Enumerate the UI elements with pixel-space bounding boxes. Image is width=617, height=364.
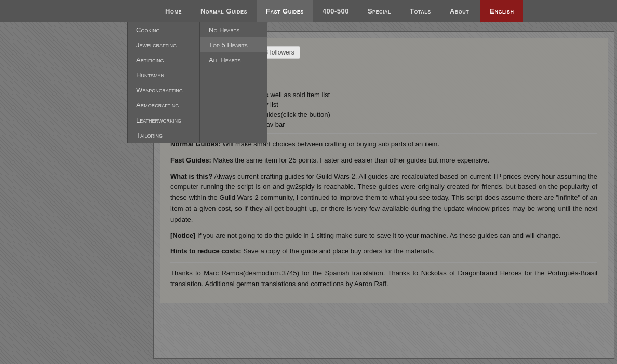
- nav-totals[interactable]: Totals: [400, 0, 440, 22]
- nav-about[interactable]: About: [440, 0, 478, 22]
- notice-para: [Notice] If you are not going to do the …: [170, 231, 597, 241]
- dropdown-jewelcrafting[interactable]: Jewelcrafting: [128, 37, 199, 52]
- nav-fast-guides[interactable]: Fast Guides: [257, 0, 313, 22]
- notice-label: [Notice]: [170, 232, 195, 239]
- thanks-text: Thanks to Marc Ramos(desmodium.3745) for…: [170, 269, 597, 288]
- nav-400-500[interactable]: 400-500: [313, 0, 358, 22]
- hints-para: Hints to reduce costs: Save a copy of th…: [170, 246, 597, 257]
- what-desc: Always current crafting guides for Guild…: [170, 172, 597, 223]
- thanks-para: Thanks to Marc Ramos(desmodium.3745) for…: [170, 268, 597, 290]
- dropdown-huntsman[interactable]: Huntsman: [128, 68, 199, 83]
- hearts-dropdown: No Hearts Top 5 Hearts All Hearts: [200, 22, 267, 143]
- hearts-no-hearts[interactable]: No Hearts: [200, 22, 267, 37]
- fast-guides-para: Fast Guides: Makes the same item for 25 …: [170, 155, 597, 166]
- navbar: Home Normal Guides Fast Guides 400-500 S…: [0, 0, 617, 22]
- nav-home[interactable]: Home: [156, 0, 191, 22]
- dropdown-leatherworking[interactable]: Leatherworking: [128, 113, 199, 128]
- what-is-this-para: What is this? Always current crafting gu…: [170, 171, 597, 225]
- hearts-top5[interactable]: Top 5 Hearts: [200, 37, 267, 52]
- hints-text: Save a copy of the guide and place buy o…: [243, 247, 435, 255]
- dropdown-weaponcrafting[interactable]: Weaponcrafting: [128, 83, 199, 98]
- hearts-all-hearts[interactable]: All Hearts: [200, 52, 267, 68]
- dropdown-cooking[interactable]: Cooking: [128, 22, 199, 37]
- dropdown-armorcrafting[interactable]: Armorcrafting: [128, 98, 199, 113]
- hints-label: Hints to reduce costs:: [170, 247, 242, 255]
- nav-english[interactable]: English: [480, 0, 523, 22]
- fast-guides-dropdown-container: Cooking Jewelcrafting Artificing Huntsma…: [127, 22, 267, 143]
- fast-guides-label: Fast Guides:: [170, 156, 211, 164]
- nav-special[interactable]: Special: [358, 0, 400, 22]
- dropdown-tailoring[interactable]: Tailoring: [128, 128, 199, 143]
- divider-2: [170, 262, 597, 263]
- nav-normal-guides[interactable]: Normal Guides: [191, 0, 257, 22]
- fast-guides-text: Makes the same item for 25 points. Faste…: [213, 156, 489, 164]
- what-label: What is this?: [170, 172, 212, 180]
- fast-guides-dropdown: Cooking Jewelcrafting Artificing Huntsma…: [127, 22, 200, 143]
- notice-text: If you are not going to do the guide in …: [197, 232, 561, 239]
- dropdown-artificing[interactable]: Artificing: [128, 52, 199, 68]
